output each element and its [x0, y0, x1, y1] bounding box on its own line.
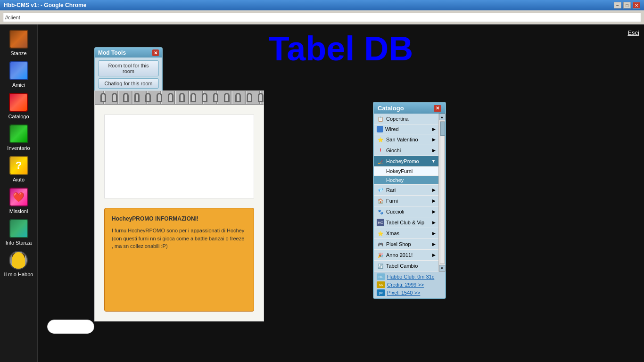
catalog-close-button[interactable]: ✕ — [434, 105, 441, 112]
sidebar-item-info-stanza[interactable]: Info Stanza — [6, 219, 32, 246]
catalog-item-xmas[interactable]: ⭐ Xmas ▶ — [374, 228, 438, 239]
catalog-item-furni[interactable]: 🏠 Furni ▶ — [374, 196, 438, 206]
ring — [134, 93, 140, 102]
info-box-title: HocheyPROMO INFORMAZIONI! — [112, 215, 247, 222]
furni-icon: 🏠 — [377, 197, 384, 205]
catalogo-icon — [8, 92, 28, 112]
minimize-button[interactable]: − — [614, 2, 621, 8]
catalog-footer: HC Habbo Club: 0m 31c $$ Crediti: 2999 >… — [374, 272, 445, 298]
scroll-up-arrow[interactable]: ▲ — [439, 114, 446, 120]
rari-icon: 💎 — [377, 186, 384, 194]
ring — [168, 93, 173, 102]
catalog-item-tabel-club-vip[interactable]: HC Tabel Club & Vip ▶ — [374, 217, 438, 228]
hocheypromo-arrow: ▼ — [431, 159, 436, 164]
copertina-icon: 📋 — [377, 115, 384, 123]
ring — [190, 93, 196, 102]
catalog-item-wired[interactable]: Wired ▶ — [374, 124, 438, 134]
tabel-club-vip-icon: HC — [377, 219, 384, 226]
cat-label-hocheypromo: HocheyPromo — [386, 158, 429, 164]
mod-btn-room-tool[interactable]: Room tool for this room — [98, 60, 159, 76]
mod-tools-close-button[interactable]: ✕ — [152, 49, 159, 56]
sidebar-item-aiuto[interactable]: ? Aiuto — [9, 156, 29, 182]
address-bar[interactable] — [3, 13, 641, 22]
scroll-down-arrow[interactable]: ▼ — [439, 265, 446, 272]
cat-label-cuccioli: Cuccioli — [386, 209, 430, 214]
sidebar-label-catalogo: Catalogo — [8, 114, 29, 119]
close-button[interactable]: ✕ — [633, 2, 640, 8]
pixel-label[interactable]: Pixel: 1540 >> — [387, 290, 420, 296]
cat-label-tabel-club-vip: Tabel Club & Vip — [386, 220, 430, 225]
scroll-thumb[interactable] — [440, 122, 445, 136]
sidebar-label-amici: Amici — [12, 82, 25, 88]
browser-toolbar — [0, 10, 644, 25]
crediti-icon: $$ — [377, 281, 385, 288]
info-stanza-icon — [9, 219, 29, 239]
cat-label-xmas: Xmas — [386, 230, 430, 236]
catalog-sub-item-hochey[interactable]: Hochey — [374, 176, 438, 185]
ring — [235, 93, 241, 102]
footer-item-crediti[interactable]: $$ Crediti: 2999 >> — [377, 281, 442, 288]
cat-label-tabel-cambio: Tabel Cambio — [386, 263, 436, 269]
cat-label-rari: Rari — [386, 187, 430, 193]
xmas-icon: ⭐ — [377, 230, 384, 237]
sidebar-label-missioni: Missioni — [9, 208, 28, 214]
rari-arrow: ▶ — [432, 188, 436, 192]
catalog-item-pixel-shop[interactable]: 🎮 Pixel Shop ▶ — [374, 239, 438, 250]
catalog-item-giochi[interactable]: ! Giochi ▶ — [374, 145, 438, 156]
left-sidebar: Stanze Amici Catalogo Inventario ? Aiuto — [0, 25, 38, 362]
cat-label-pixel-shop: Pixel Shop — [386, 241, 430, 247]
catalog-sub-item-hokeyfurni[interactable]: HokeyFurni — [374, 167, 438, 176]
sidebar-item-catalogo[interactable]: Catalogo — [8, 92, 29, 119]
notepad-white-area — [104, 115, 254, 198]
catalog-items-container: 📋 Copertina Wired ▶ ⭐ San Valentino ▶ — [374, 114, 438, 272]
habbo-club-label[interactable]: Habbo Club: 0m 31c — [387, 274, 434, 280]
esci-button[interactable]: Esci — [627, 29, 639, 36]
pixel-icon: px — [377, 289, 385, 296]
pixel-shop-icon: 🎮 — [377, 240, 384, 248]
mod-tools-header: Mod Tools ✕ — [95, 48, 162, 58]
crediti-label[interactable]: Crediti: 2999 >> — [387, 282, 424, 288]
mod-btn-chatlog[interactable]: Chatlog for this room — [98, 78, 159, 89]
aiuto-icon: ? — [9, 156, 29, 175]
cat-label-copertina: Copertina — [386, 116, 436, 122]
sidebar-label-stanze: Stanze — [10, 50, 26, 56]
sidebar-item-missioni[interactable]: ❤️ Missioni — [9, 187, 29, 214]
ring — [213, 93, 219, 102]
notepad-body: HocheyPROMO INFORMAZIONI! I furnu Hochey… — [95, 105, 264, 321]
cat-label-san-valentino: San Valentino — [386, 137, 430, 142]
catalog-item-hocheypromo[interactable]: 🏒 HocheyPromo ▼ — [374, 156, 438, 167]
cuccioli-arrow: ▶ — [432, 209, 436, 214]
sidebar-item-stanze[interactable]: Stanze — [9, 29, 29, 56]
wired-icon — [377, 126, 383, 132]
catalog-item-rari[interactable]: 💎 Rari ▶ — [374, 185, 438, 196]
catalog-item-cuccioli[interactable]: 🐾 Cuccioli ▶ — [374, 206, 438, 217]
catalog-item-copertina[interactable]: 📋 Copertina — [374, 114, 438, 124]
catalog-item-tabel-cambio[interactable]: 🔄 Tabel Cambio — [374, 261, 438, 272]
mod-tools-title: Mod Tools — [98, 49, 126, 56]
catalog-header: Catalogo ✕ — [374, 103, 445, 114]
footer-item-habbo-club[interactable]: HC Habbo Club: 0m 31c — [377, 273, 442, 280]
main-content: Esci Tabel DB Mod Tools ✕ Room tool for … — [38, 25, 644, 362]
ring — [202, 93, 207, 102]
tabel-cambio-icon: 🔄 — [377, 262, 384, 270]
sidebar-item-inventario[interactable]: Inventario — [7, 124, 30, 151]
san-valentino-icon: ⭐ — [377, 136, 384, 143]
sidebar-item-il-mio-habbo[interactable]: Il mio Habbo — [4, 250, 33, 277]
cat-label-anno-2011: Anno 2011! — [386, 252, 430, 258]
browser-controls: − □ ✕ — [614, 2, 640, 8]
catalog-item-san-valentino[interactable]: ⭐ San Valentino ▶ — [374, 134, 438, 145]
browser-title: Hbb-CMS v1: - Google Chrome — [4, 2, 86, 8]
footer-item-pixel[interactable]: px Pixel: 1540 >> — [377, 289, 442, 296]
sidebar-label-aiuto: Aiuto — [13, 177, 25, 182]
game-area: Stanze Amici Catalogo Inventario ? Aiuto — [0, 25, 644, 362]
ring — [100, 93, 106, 102]
amici-icon — [9, 61, 29, 81]
maximize-button[interactable]: □ — [623, 2, 631, 8]
ring — [123, 93, 129, 102]
catalog-panel: Catalogo ✕ 📋 Copertina Wired ▶ — [373, 102, 446, 299]
catalog-item-anno-2011[interactable]: 🎉 Anno 2011! ▶ — [374, 250, 438, 261]
notepad: HocheyPROMO INFORMAZIONI! I furnu Hochey… — [94, 90, 264, 321]
sidebar-item-amici[interactable]: Amici — [9, 61, 29, 88]
habbo-club-icon: HC — [377, 273, 385, 280]
hocheypromo-icon: 🏒 — [377, 157, 384, 165]
